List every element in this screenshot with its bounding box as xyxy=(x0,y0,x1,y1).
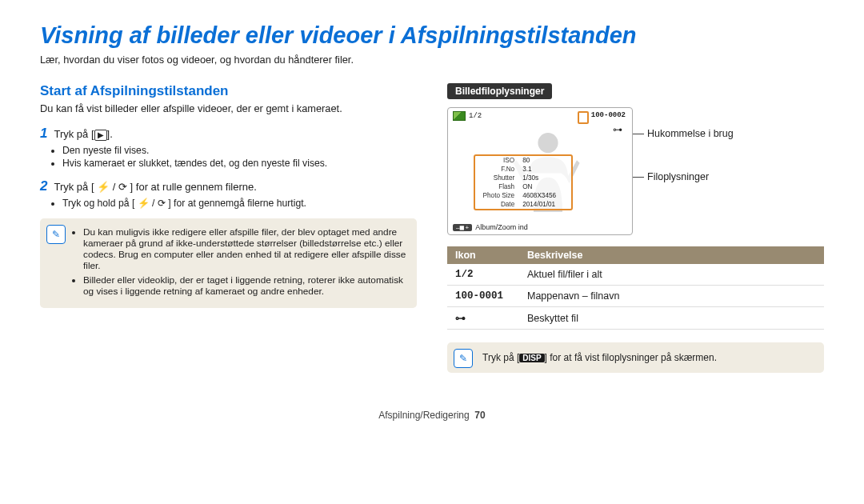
page-title: Visning af billeder eller videoer i Afsp… xyxy=(40,22,824,49)
section-intro: Du kan få vist billeder eller afspille v… xyxy=(40,102,417,114)
note-icon: ✎ xyxy=(46,225,66,244)
table-row: 100-0001 Mappenavn – filnavn xyxy=(447,286,824,307)
section-heading-start: Start af Afspilningstilstanden xyxy=(40,83,417,99)
icon-description-table: Ikon Beskrivelse 1/2 Aktuel fil/filer i … xyxy=(447,246,824,330)
callout-fileinfo: Filoplysninger xyxy=(647,171,709,182)
lcd-filenum: 100-0002 xyxy=(591,111,626,119)
tip-text-post: ] for at få vist filoplysninger på skærm… xyxy=(545,352,717,363)
note-item-1: Du kan muligvis ikke redigere eller afsp… xyxy=(83,226,409,271)
lcd-preview: 1/2 100-0002 ⊶ ISO80 F.No3.1 Shutter1/30… xyxy=(447,107,633,235)
step-1: 1 Tryk på [▶]. xyxy=(40,126,417,142)
playback-button-icon: ▶ xyxy=(94,130,107,141)
file-info-overlay: ISO80 F.No3.1 Shutter1/30s FlashON Photo… xyxy=(474,154,573,210)
thumbnail-icon xyxy=(453,111,466,121)
zoom-chip-icon: –◼+ xyxy=(453,224,472,231)
step-1-number: 1 xyxy=(40,126,47,142)
step-1-bullet-2: Hvis kameraet er slukket, tændes det, og… xyxy=(62,158,417,169)
tip-box: ✎ Tryk på [DISP] for at få vist filoplys… xyxy=(447,342,824,373)
page-lead: Lær, hvordan du viser fotos og videoer, … xyxy=(40,54,824,66)
step-2-text: Tryk på [ ⚡ / ⟳ ] for at rulle gennem fi… xyxy=(54,181,256,193)
step-2: 2 Tryk på [ ⚡ / ⟳ ] for at rulle gennem … xyxy=(40,178,417,194)
disp-button-icon: DISP xyxy=(519,354,544,362)
th-icon: Ikon xyxy=(447,246,519,264)
table-row: 1/2 Aktuel fil/filer i alt xyxy=(447,264,824,286)
table-row: ⊶ Beskyttet fil xyxy=(447,307,824,330)
lock-icon: ⊶ xyxy=(613,124,622,136)
callout-memory: Hukommelse i brug xyxy=(647,128,734,139)
tip-text-pre: Tryk på [ xyxy=(482,352,519,363)
th-desc: Beskrivelse xyxy=(519,246,824,264)
note-icon: ✎ xyxy=(454,349,473,368)
lcd-count: 1/2 xyxy=(469,112,482,120)
note-item-2: Billeder eller videoklip, der er taget i… xyxy=(83,274,409,297)
step-2-number: 2 xyxy=(40,178,47,194)
step-1-bullet-1: Den nyeste fil vises. xyxy=(62,145,417,156)
step-2-bullet-1: Tryk og hold på [ ⚡ / ⟳ ] for at gennemg… xyxy=(62,198,417,209)
step-1-text-post: ]. xyxy=(107,128,113,140)
lcd-bottom-label: Album/Zoom ind xyxy=(475,223,528,231)
page-footer: Afspilning/Redigering 70 xyxy=(40,410,824,421)
file-info-header-pill: Billedfiloplysninger xyxy=(447,83,552,99)
step-1-text-pre: Tryk på [ xyxy=(54,128,94,140)
note-box: ✎ Du kan muligvis ikke redigere eller af… xyxy=(40,218,417,308)
